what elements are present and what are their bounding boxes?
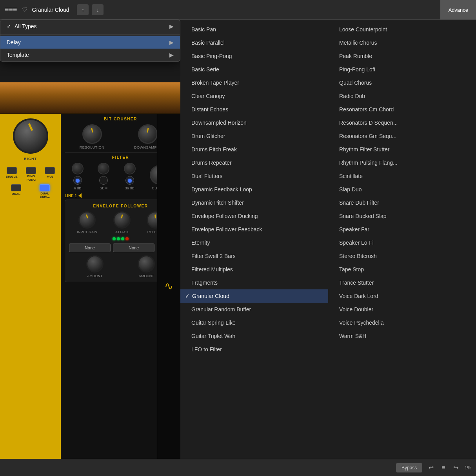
preset-item[interactable]: Slap Duo (328, 183, 476, 196)
preset-item[interactable]: Tape Stop (328, 263, 476, 276)
menu-button[interactable]: ≡ (440, 463, 447, 473)
single-label: SINGLE (6, 175, 18, 178)
input-gain-control: INPUT GAIN (77, 211, 97, 234)
template-item[interactable]: Template ▶ (0, 49, 180, 61)
amount2-knob[interactable] (138, 255, 155, 273)
preset-item[interactable]: Speaker Lo-Fi (328, 236, 476, 249)
template-chevron: ▶ (169, 52, 174, 58)
preset-item[interactable]: Resonators Gm Sequ... (328, 129, 476, 143)
preset-item[interactable]: Envelope Follower Ducking (180, 209, 328, 223)
preset-item[interactable]: Scintillate (328, 169, 476, 183)
amount1-knob[interactable] (86, 255, 104, 273)
delay-item[interactable]: Delay ▶ (0, 36, 180, 49)
all-types-label: All Types (15, 23, 37, 29)
preset-item[interactable]: Basic Serie (180, 63, 328, 76)
preset-item[interactable]: Eternity (180, 236, 328, 249)
heart-icon[interactable]: ♡ (22, 6, 27, 13)
main-knob[interactable] (13, 118, 48, 154)
preset-item[interactable]: Resonators D Sequen... (328, 116, 476, 129)
advance-button[interactable]: Advance (440, 0, 476, 20)
resolution-knob[interactable] (82, 124, 102, 144)
preset-item[interactable]: Distant Echoes (180, 103, 328, 116)
menu-icon[interactable]: ≡≡≡ (5, 5, 17, 14)
preset-item[interactable]: Drums Repeater (180, 156, 328, 169)
preset-item[interactable]: Voice Dark Lord (328, 289, 476, 303)
line1-arrow (78, 193, 82, 198)
preset-item[interactable]: Drums Pitch Freak (180, 143, 328, 156)
preset-item[interactable]: LFO to Filter (180, 343, 328, 356)
preset-item[interactable]: Dynamic Pitch Shifter (180, 196, 328, 209)
preset-item[interactable]: Downsampled Horizon (180, 116, 328, 129)
sem-button[interactable] (99, 176, 108, 185)
preset-item[interactable]: Ping-Pong Lofi (328, 63, 476, 76)
36db-knob[interactable] (124, 163, 136, 174)
preset-item[interactable]: Basic Ping-Pong (180, 49, 328, 63)
amount1-label: AMOUNT (87, 274, 102, 278)
preset-item[interactable]: Metallic Chorus (328, 36, 476, 49)
preset-item[interactable]: Fragments (180, 276, 328, 289)
36db-button[interactable] (125, 176, 134, 185)
preset-item[interactable]: ✓Granular Cloud (180, 289, 328, 303)
wave-symbol: ∿ (164, 281, 173, 292)
none-select-1[interactable]: None (69, 243, 111, 252)
preset-item[interactable]: Loose Counterpoint (328, 23, 476, 36)
led-green-1 (113, 237, 116, 240)
dual-mode[interactable]: DUAL (11, 184, 21, 199)
preset-item[interactable]: Dual Flutters (180, 169, 328, 183)
delay-label: Delay (7, 39, 21, 45)
sem-knob[interactable] (98, 163, 109, 174)
left-panel: ✓ All Types ▶ Delay ▶ Template ▶ (0, 20, 180, 459)
next-preset-button[interactable]: ↓ (92, 4, 104, 15)
preset-item[interactable]: Trance Stutter (328, 276, 476, 289)
preset-item[interactable]: Guitar Triplet Wah (180, 329, 328, 343)
preset-item[interactable]: Clear Canopy (180, 89, 328, 103)
36db-control: 36 dB (124, 163, 136, 190)
preset-item[interactable]: Quad Chorus (328, 76, 476, 89)
dropdown-separator-1 (0, 34, 180, 35)
ping-pong-mode[interactable]: PINGPONG (26, 167, 36, 182)
6db-led[interactable] (73, 176, 82, 185)
preset-item[interactable]: Filter Swell 2 Bars (180, 249, 328, 263)
preset-item[interactable]: Speaker Far (328, 223, 476, 236)
preset-item[interactable]: Stereo Bitcrush (328, 249, 476, 263)
undo-button[interactable]: ↩ (427, 462, 435, 473)
preset-item[interactable]: Basic Parallel (180, 36, 328, 49)
preset-item[interactable]: Rhythm Filter Stutter (328, 143, 476, 156)
single-indicator (7, 167, 17, 174)
amount2-control: AMOUNT (138, 255, 155, 278)
6db-knob[interactable] (72, 163, 84, 174)
preset-item[interactable]: Snare Ducked Slap (328, 209, 476, 223)
preset-item[interactable]: Granular Random Buffer (180, 303, 328, 316)
attack-knob[interactable] (113, 211, 131, 229)
redo-button[interactable]: ↪ (452, 462, 460, 473)
all-types-item[interactable]: ✓ All Types ▶ (0, 20, 180, 33)
preset-item[interactable]: Broken Tape Player (180, 76, 328, 89)
preset-item[interactable]: Snare Dub Filter (328, 196, 476, 209)
preset-item[interactable]: Basic Pan (180, 23, 328, 36)
preset-item[interactable]: Warm S&H (328, 329, 476, 343)
none-select-2[interactable]: None (113, 243, 154, 252)
preset-item[interactable]: Drum Glitcher (180, 129, 328, 143)
input-gain-knob[interactable] (78, 211, 96, 229)
36db-label: 36 dB (125, 186, 134, 190)
preset-item[interactable]: Radio Dub (328, 89, 476, 103)
preset-item[interactable]: Peak Rumble (328, 49, 476, 63)
preset-item[interactable]: Resonators Cm Chord (328, 103, 476, 116)
bypass-button[interactable]: Bypass (396, 463, 422, 472)
preset-item[interactable]: Envelope Follower Feedback (180, 223, 328, 236)
preset-item[interactable]: Filtered Multiples (180, 263, 328, 276)
prev-preset-button[interactable]: ↑ (77, 4, 89, 15)
downsample-knob[interactable] (138, 124, 158, 144)
preset-item[interactable]: Rhythm Pulsing Flang... (328, 156, 476, 169)
led-green-2 (117, 237, 120, 240)
preset-item[interactable]: Voice Doubler (328, 303, 476, 316)
single-mode[interactable]: SINGLE (6, 167, 18, 182)
pan-mode[interactable]: PAN (45, 167, 55, 182)
preset-item[interactable]: Guitar Spring-Like (180, 316, 328, 329)
attack-label: ATTACK (115, 230, 129, 234)
preset-item[interactable]: Dynamic Feedback Loop (180, 183, 328, 196)
dual-seri-mode[interactable]: DUALSERI... (40, 184, 50, 199)
template-label: Template (7, 52, 29, 58)
preset-item[interactable]: Voice Psychedelia (328, 316, 476, 329)
copper-section (0, 82, 180, 114)
